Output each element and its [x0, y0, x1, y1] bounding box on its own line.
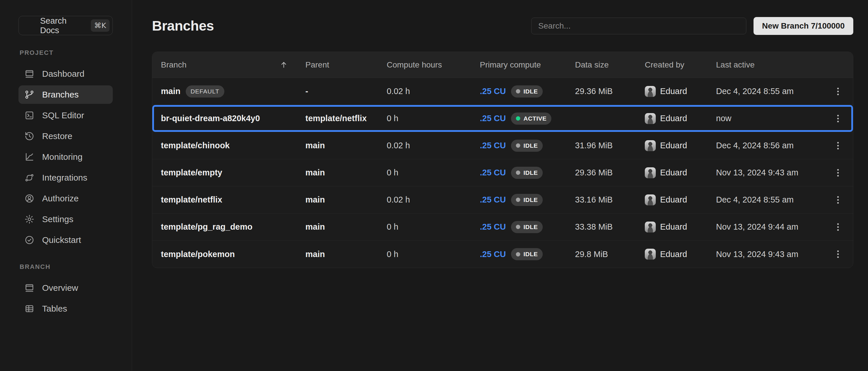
row-menu-button[interactable]: [831, 111, 845, 126]
kebab-menu-icon: [833, 195, 843, 205]
created-by-cell: Eduard: [645, 194, 716, 206]
compute-size-value: .25 CU: [480, 222, 506, 231]
branch-name: br-quiet-dream-a820k4y0: [161, 114, 260, 123]
row-menu-button[interactable]: [831, 247, 845, 261]
status-dot-icon: [516, 89, 520, 93]
column-header-data-size[interactable]: Data size: [575, 60, 645, 69]
table-body: mainDEFAULT-0.02 h.25 CUIDLE29.36 MiBEdu…: [152, 78, 853, 268]
table-row[interactable]: template/netflixmain0.02 h.25 CUIDLE33.1…: [152, 186, 853, 214]
column-header-branch[interactable]: Branch: [161, 60, 305, 69]
last-active-value: Nov 13, 2024 9:44 am: [716, 222, 798, 231]
kebab-menu-icon: [833, 249, 843, 259]
sidebar-item-tables[interactable]: Tables: [19, 300, 113, 318]
row-menu-button[interactable]: [831, 193, 845, 207]
kebab-menu-icon: [833, 113, 843, 124]
last-active-cell: Dec 4, 2024 8:55 am: [716, 195, 811, 205]
status-dot-icon: [516, 116, 520, 121]
data-size-cell: 33.16 MiB: [575, 195, 645, 205]
branch-name: template/netflix: [161, 195, 222, 205]
column-header-label: Last active: [716, 60, 755, 69]
table-row[interactable]: template/pg_rag_demomain0 h.25 CUIDLE33.…: [152, 214, 853, 241]
created-by-name: Eduard: [660, 114, 687, 123]
sidebar-item-authorize[interactable]: Authorize: [19, 189, 113, 208]
column-header-label: Primary compute: [480, 60, 541, 69]
sidebar-item-label: Authorize: [42, 193, 79, 204]
created-by-cell: Eduard: [645, 113, 716, 124]
row-menu-button[interactable]: [831, 165, 845, 180]
parent-cell: template/netflix: [305, 114, 387, 123]
compute-hours-value: 0 h: [387, 114, 398, 123]
authorize-icon: [24, 193, 35, 204]
table-row[interactable]: template/pokemonmain0 h.25 CUIDLE29.8 Mi…: [152, 241, 853, 268]
compute-hours-cell: 0 h: [387, 114, 480, 123]
main-content: Branches New Branch 7/100000 BranchParen…: [132, 0, 868, 371]
compute-size-value: .25 CU: [480, 195, 506, 205]
table-row[interactable]: mainDEFAULT-0.02 h.25 CUIDLE29.36 MiBEdu…: [152, 78, 853, 105]
last-active-value: Nov 13, 2024 9:43 am: [716, 168, 798, 178]
row-menu-button[interactable]: [831, 84, 845, 99]
status-dot-icon: [516, 197, 520, 202]
branch-cell: template/pg_rag_demo: [161, 222, 305, 231]
column-header-compute-hours[interactable]: Compute hours: [387, 60, 480, 69]
row-menu-button[interactable]: [831, 138, 845, 153]
parent-name: main: [305, 250, 325, 259]
sidebar-item-label: Branches: [42, 90, 79, 99]
sidebar-item-label: Tables: [42, 304, 67, 314]
sidebar-item-label: Settings: [42, 214, 73, 224]
column-header-label: Compute hours: [387, 60, 442, 69]
sidebar-nav: PROJECTDashboardBranchesSQL EditorRestor…: [19, 49, 132, 318]
branches-icon: [24, 89, 35, 100]
sidebar-item-label: Restore: [42, 131, 72, 141]
settings-icon: [24, 214, 35, 224]
default-badge: DEFAULT: [186, 85, 224, 97]
column-header-parent[interactable]: Parent: [305, 60, 387, 69]
sidebar-item-monitoring[interactable]: Monitoring: [19, 148, 113, 166]
column-header-last-active[interactable]: Last active: [716, 60, 811, 69]
parent-cell: main: [305, 222, 387, 231]
primary-compute-cell: .25 CUIDLE: [480, 248, 575, 260]
sidebar-item-settings[interactable]: Settings: [19, 210, 113, 228]
arrow-up-icon: [279, 61, 288, 69]
compute-hours-value: 0.02 h: [387, 141, 410, 150]
sidebar-item-branches[interactable]: Branches: [19, 85, 113, 104]
sidebar-item-sql-editor[interactable]: SQL Editor: [19, 106, 113, 125]
status-badge: IDLE: [511, 248, 543, 260]
compute-hours-value: 0.02 h: [387, 195, 410, 205]
column-header-label: Branch: [161, 60, 187, 69]
compute-hours-cell: 0.02 h: [387, 195, 480, 205]
compute-hours-value: 0 h: [387, 250, 398, 259]
created-by-cell: Eduard: [645, 140, 716, 151]
search-docs-button[interactable]: Search Docs ⌘K: [19, 16, 113, 35]
row-menu-button[interactable]: [831, 220, 845, 234]
parent-name: main: [305, 168, 325, 178]
created-by-name: Eduard: [660, 250, 687, 259]
new-branch-button[interactable]: New Branch 7/100000: [753, 17, 853, 35]
branch-cell: template/empty: [161, 168, 305, 178]
column-header-primary-compute[interactable]: Primary compute: [480, 60, 575, 69]
tables-icon: [24, 304, 35, 314]
avatar: [645, 249, 656, 260]
status-badge: IDLE: [511, 167, 543, 179]
table-row[interactable]: template/emptymain0 h.25 CUIDLE29.36 MiB…: [152, 159, 853, 186]
primary-compute-cell: .25 CUIDLE: [480, 221, 575, 233]
parent-name: main: [305, 222, 325, 231]
table-row[interactable]: br-quiet-dream-a820k4y0template/netflix0…: [152, 105, 853, 132]
sidebar-item-integrations[interactable]: Integrations: [19, 168, 113, 187]
branch-cell: br-quiet-dream-a820k4y0: [161, 114, 305, 123]
status-badge: IDLE: [511, 221, 543, 233]
kebab-menu-icon: [833, 222, 843, 232]
parent-cell: main: [305, 250, 387, 259]
status-label: IDLE: [523, 142, 538, 149]
sidebar-item-restore[interactable]: Restore: [19, 127, 113, 145]
column-header-created-by[interactable]: Created by: [645, 60, 716, 69]
sidebar-item-quickstart[interactable]: Quickstart: [19, 231, 113, 249]
table-row[interactable]: template/chinookmain0.02 h.25 CUIDLE31.9…: [152, 132, 853, 159]
created-by-cell: Eduard: [645, 86, 716, 97]
sidebar-item-overview[interactable]: Overview: [19, 279, 113, 297]
sidebar-item-dashboard[interactable]: Dashboard: [19, 65, 113, 83]
status-dot-icon: [516, 144, 520, 148]
data-size-cell: 29.36 MiB: [575, 168, 645, 178]
search-input[interactable]: [531, 18, 746, 34]
app-window: Search Docs ⌘K PROJECTDashboardBranchesS…: [0, 0, 868, 371]
avatar: [645, 86, 656, 97]
